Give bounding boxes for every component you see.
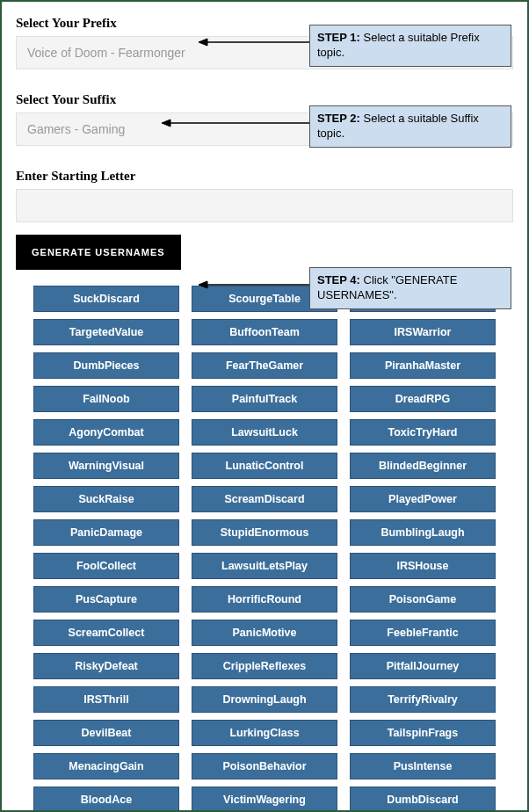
username-chip[interactable]: BumblingLaugh <box>350 519 496 546</box>
username-chip[interactable]: FearTheGamer <box>192 352 337 379</box>
username-chip[interactable]: PoisonGame <box>350 586 496 613</box>
username-chip[interactable]: PlayedPower <box>350 486 496 512</box>
arrow-step4-icon <box>197 279 311 290</box>
arrow-step2-icon <box>160 118 311 128</box>
username-chip[interactable]: DumbDiscard <box>350 787 496 812</box>
username-chip[interactable]: BlindedBeginner <box>350 453 496 479</box>
username-chip[interactable]: PainfulTrack <box>192 386 337 412</box>
username-chip[interactable]: DrowningLaugh <box>192 686 337 713</box>
username-chip[interactable]: PusIntense <box>350 753 496 779</box>
letter-input[interactable] <box>16 189 513 222</box>
svg-marker-3 <box>162 120 170 127</box>
username-chip[interactable]: FeebleFrantic <box>350 620 496 646</box>
username-chip[interactable]: RiskyDefeat <box>33 653 179 679</box>
username-chip[interactable]: PoisonBehavior <box>192 753 337 779</box>
svg-marker-5 <box>199 281 207 288</box>
letter-label: Enter Starting Letter <box>16 169 513 184</box>
username-chip[interactable]: StupidEnormous <box>192 519 337 546</box>
username-chip[interactable]: CrippleReflexes <box>192 653 337 679</box>
username-chip[interactable]: TargetedValue <box>33 319 179 345</box>
username-chip[interactable]: PanicDamage <box>33 519 179 546</box>
callout-step4: STEP 4: Click "GENERATE USERNAMES". <box>309 267 511 309</box>
username-chip[interactable]: HorrificRound <box>192 586 337 613</box>
username-chip[interactable]: AgonyCombat <box>33 419 179 446</box>
callout-step2: STEP 2: Select a suitable Suffix topic. <box>309 105 511 148</box>
username-chip[interactable]: TailspinFrags <box>350 720 496 746</box>
username-chip[interactable]: FailNoob <box>33 386 179 412</box>
generate-button[interactable]: GENERATE USERNAMES <box>16 235 181 270</box>
username-chip[interactable]: MenacingGain <box>33 753 179 779</box>
username-chip[interactable]: LawsuitLetsPlay <box>192 553 337 579</box>
username-chip[interactable]: DevilBeat <box>33 720 179 746</box>
username-chip[interactable]: PusCapture <box>33 586 179 613</box>
username-chip[interactable]: ScreamDiscard <box>192 486 337 512</box>
username-chip[interactable]: IRSThrill <box>33 686 179 713</box>
username-chip[interactable]: DumbPieces <box>33 352 179 379</box>
username-chip[interactable]: ScreamCollect <box>33 620 179 646</box>
username-chip[interactable]: IRSHouse <box>350 553 496 579</box>
username-chip[interactable]: DreadRPG <box>350 386 496 412</box>
username-chip[interactable]: ToxicTryHard <box>350 419 496 446</box>
username-chip[interactable]: LawsuitLuck <box>192 419 337 446</box>
username-chip[interactable]: TerrifyRivalry <box>350 686 496 713</box>
results-grid: SuckDiscardScourgeTableFranticUPTargeted… <box>16 282 513 812</box>
username-chip[interactable]: FoolCollect <box>33 553 179 579</box>
arrow-step1-icon <box>197 37 311 47</box>
username-chip[interactable]: IRSWarrior <box>350 319 496 345</box>
username-chip[interactable]: PiranhaMaster <box>350 352 496 379</box>
username-chip[interactable]: WarningVisual <box>33 453 179 479</box>
username-chip[interactable]: BloodAce <box>33 787 179 812</box>
username-chip[interactable]: VictimWagering <box>192 787 337 812</box>
username-chip[interactable]: PanicMotive <box>192 620 337 646</box>
username-chip[interactable]: BuffoonTeam <box>192 319 337 345</box>
username-chip[interactable]: LunaticControl <box>192 453 337 479</box>
username-chip[interactable]: SuckRaise <box>33 486 179 512</box>
svg-marker-1 <box>199 39 207 46</box>
username-chip[interactable]: LurkingClass <box>192 720 337 746</box>
username-chip[interactable]: SuckDiscard <box>33 286 179 312</box>
username-chip[interactable]: PitfallJourney <box>350 653 496 679</box>
callout-step1: STEP 1: Select a suitable Prefix topic. <box>309 25 511 67</box>
